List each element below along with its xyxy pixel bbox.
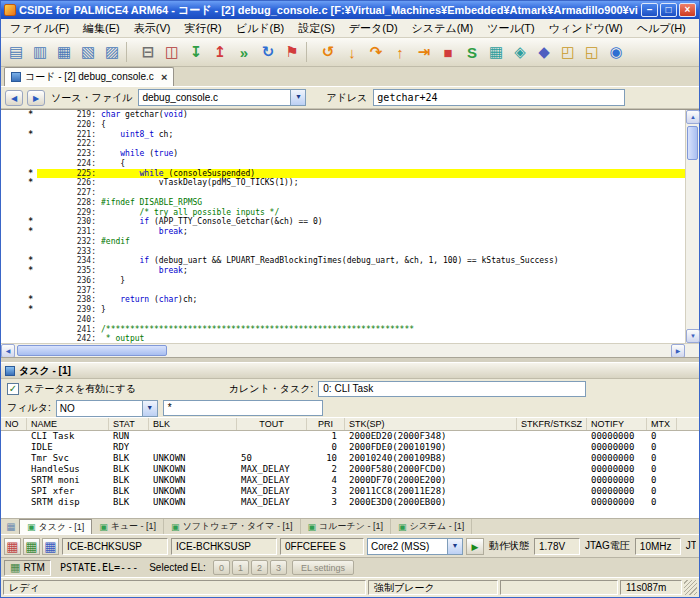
line-margin[interactable]: [1, 334, 37, 343]
code-text[interactable]: [101, 188, 685, 198]
column-header-tout[interactable]: TOUT: [237, 418, 307, 430]
tab-code-debug-console[interactable]: コード - [2] debug_console.c ×: [4, 67, 174, 86]
table-row[interactable]: SRTM moniBLKUNKOWNMAX_DELAY42000DF70(200…: [1, 475, 699, 486]
code-text[interactable]: char getchar(void): [101, 110, 685, 120]
scroll-left-icon[interactable]: ◀: [1, 344, 15, 358]
el-button-2[interactable]: 2: [251, 560, 268, 575]
table-row[interactable]: SRTM dispBLKUNKOWNMAX_DELAY32000E3D0(200…: [1, 497, 699, 508]
run-state-icon[interactable]: ▶: [466, 538, 484, 555]
line-margin[interactable]: [1, 237, 37, 247]
target-grid-icon[interactable]: ▦: [23, 538, 40, 555]
code-editor[interactable]: *219:char getchar(void)220:{*221: uint8_…: [1, 109, 699, 343]
run-to-cursor-icon[interactable]: ⇥: [412, 40, 436, 64]
code-text[interactable]: /* try all possible inputs */: [101, 208, 685, 218]
panel-tab-3[interactable]: ▣ソフトウェア・タイマ - [1]: [164, 519, 300, 534]
cpu-icon[interactable]: ▦: [484, 40, 508, 64]
line-margin[interactable]: [1, 315, 37, 325]
code-text[interactable]: if (APP_TTY_Console_Getchar(&ch) == 0): [101, 217, 685, 227]
column-header-stat[interactable]: STAT: [109, 418, 149, 430]
maximize-button[interactable]: □: [660, 3, 677, 17]
table-row[interactable]: CLI TaskRUN12000ED20(2000F348)000000000: [1, 431, 699, 442]
panel-tab-2[interactable]: ▣キュー - [1]: [92, 519, 164, 534]
core-select[interactable]: Core2 (MSS) ▼: [367, 538, 463, 555]
scroll-down-icon[interactable]: ▼: [686, 329, 700, 343]
step-over-icon[interactable]: ↷: [364, 40, 388, 64]
table-row[interactable]: IDLERDY02000FDE0(20010190)000000000: [1, 442, 699, 453]
memory-window-icon[interactable]: ▦: [52, 40, 76, 64]
line-margin[interactable]: [1, 159, 37, 169]
hscroll-thumb[interactable]: [17, 345, 167, 356]
address-input[interactable]: [373, 89, 625, 106]
code-text[interactable]: [101, 315, 685, 325]
code-text[interactable]: return (char)ch;: [101, 295, 685, 305]
step-out-icon[interactable]: ↑: [388, 40, 412, 64]
code-text[interactable]: {: [101, 120, 685, 130]
line-margin[interactable]: [1, 276, 37, 286]
code-text[interactable]: }: [101, 276, 685, 286]
resize-grip[interactable]: [684, 580, 697, 595]
watch-window-icon[interactable]: ▥: [28, 40, 52, 64]
code-text[interactable]: [101, 247, 685, 257]
config-icon[interactable]: ◆: [532, 40, 556, 64]
line-margin[interactable]: [1, 188, 37, 198]
line-margin[interactable]: [1, 325, 37, 335]
minimize-button[interactable]: –: [641, 3, 658, 17]
code-text[interactable]: /***************************************…: [101, 325, 685, 335]
line-marker-icon[interactable]: *: [1, 110, 37, 120]
line-marker-icon[interactable]: *: [1, 217, 37, 227]
column-header-stkfr[interactable]: STKFR/STKSZ: [517, 418, 587, 430]
menu-item-3[interactable]: 表示(V): [127, 19, 178, 38]
line-marker-icon[interactable]: *: [1, 227, 37, 237]
menu-item-9[interactable]: ツール(T): [480, 19, 542, 38]
line-marker-icon[interactable]: *: [1, 295, 37, 305]
code-text[interactable]: [101, 139, 685, 149]
sampling-icon[interactable]: S: [460, 40, 484, 64]
panel-tab-1[interactable]: ▣タスク - [1]: [19, 519, 92, 534]
line-margin[interactable]: [1, 149, 37, 159]
el-button-0[interactable]: 0: [213, 560, 230, 575]
line-margin[interactable]: [1, 139, 37, 149]
column-header-pri[interactable]: PRI: [307, 418, 345, 430]
code-text[interactable]: [101, 286, 685, 296]
code-text[interactable]: break;: [101, 266, 685, 276]
scroll-up-icon[interactable]: ▲: [686, 110, 700, 124]
hscroll-track[interactable]: [15, 344, 671, 357]
el-button-3[interactable]: 3: [270, 560, 287, 575]
column-header-notify[interactable]: NOTIFY: [587, 418, 647, 430]
current-task-field[interactable]: 0: CLI Task: [318, 381, 586, 397]
source-file-select[interactable]: debug_console.c ▼: [138, 89, 306, 106]
line-margin[interactable]: [1, 120, 37, 130]
chevron-down-icon[interactable]: ▼: [447, 539, 462, 554]
column-header-name[interactable]: NAME: [27, 418, 109, 430]
menu-item-7[interactable]: データ(D): [342, 19, 405, 38]
panel-tab-4[interactable]: ▣コルーチン - [1]: [301, 519, 391, 534]
code-text[interactable]: uint8_t ch;: [101, 130, 685, 140]
line-marker-icon[interactable]: *: [1, 256, 37, 266]
code-window-icon[interactable]: ▤: [4, 40, 28, 64]
chevron-down-icon[interactable]: ▼: [142, 401, 157, 416]
vscroll-thumb[interactable]: [687, 126, 698, 160]
load-module-icon[interactable]: ↧: [184, 40, 208, 64]
line-marker-icon[interactable]: *: [1, 305, 37, 315]
panel-tab-5[interactable]: ▣システム - [1]: [391, 519, 472, 534]
task-panel-header[interactable]: タスク - [1]: [1, 363, 699, 379]
project-open-icon[interactable]: ◰: [556, 40, 580, 64]
line-marker-icon[interactable]: *: [1, 178, 37, 188]
editor-horizontal-scrollbar[interactable]: ◀ ▶: [1, 343, 699, 357]
code-text[interactable]: vTaskDelay(pdMS_TO_TICKS(1));: [101, 178, 685, 188]
code-text[interactable]: }: [101, 305, 685, 315]
menu-item-1[interactable]: ファイル(F): [3, 19, 76, 38]
scroll-right-icon[interactable]: ▶: [671, 344, 685, 358]
stop-icon[interactable]: ■: [436, 40, 460, 64]
table-row[interactable]: SPI xferBLKUNKOWNMAX_DELAY320011CC8(2001…: [1, 486, 699, 497]
menu-item-2[interactable]: 編集(E): [76, 19, 127, 38]
column-header-blk[interactable]: BLK: [149, 418, 237, 430]
table-row[interactable]: HandleSusBLKUNKOWNMAX_DELAY22000F580(200…: [1, 464, 699, 475]
code-text[interactable]: break;: [101, 227, 685, 237]
menu-item-4[interactable]: 実行(R): [177, 19, 228, 38]
menu-item-8[interactable]: システム(M): [405, 19, 481, 38]
filter-select[interactable]: NO ▼: [56, 400, 158, 417]
titlebar[interactable]: CSIDE for PALMiCE4 ARM64 - コード - [2] deb…: [1, 1, 699, 19]
break-flag-icon[interactable]: ⚑: [280, 40, 304, 64]
vscroll-track[interactable]: [686, 124, 699, 329]
